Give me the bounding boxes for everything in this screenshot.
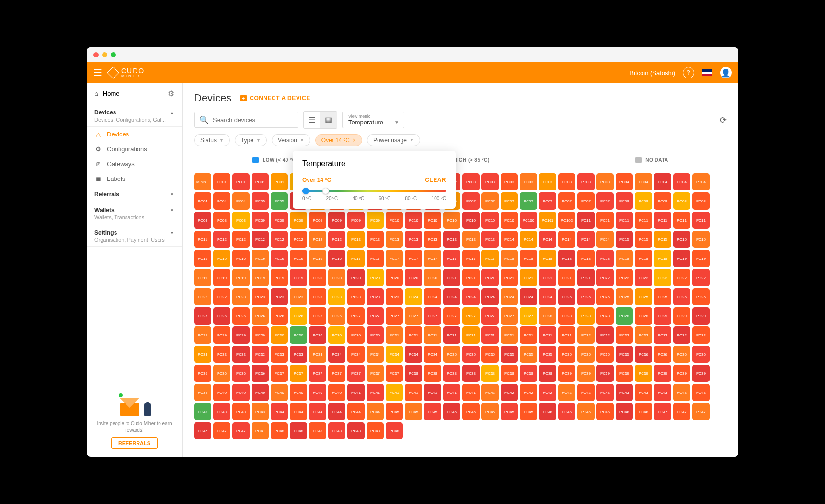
device-tile[interactable]: PC17 — [462, 250, 480, 267]
device-tile[interactable]: PC23 — [347, 288, 365, 305]
device-tile[interactable]: PC30 — [328, 326, 345, 344]
device-tile[interactable]: PC04 — [616, 173, 633, 190]
device-tile[interactable]: PC48 — [328, 422, 345, 439]
device-tile[interactable]: PC34 — [424, 346, 441, 363]
device-tile[interactable]: PC24 — [501, 288, 518, 305]
device-tile[interactable]: PC46 — [596, 403, 614, 420]
device-tile[interactable]: PC04 — [654, 173, 671, 190]
device-tile[interactable]: PC10 — [481, 212, 499, 229]
device-tile[interactable]: PC28 — [577, 307, 595, 325]
device-tile[interactable]: PC18 — [558, 250, 575, 267]
sidebar-item[interactable]: △Devices — [87, 127, 182, 142]
device-tile[interactable]: PC09 — [290, 212, 307, 229]
device-tile[interactable]: PC03 — [539, 173, 556, 190]
device-tile[interactable]: PC101 — [539, 212, 556, 229]
device-tile[interactable]: PC47 — [194, 422, 211, 439]
device-tile[interactable]: PC29 — [194, 326, 211, 344]
device-tile[interactable]: PC14 — [539, 231, 556, 248]
device-tile[interactable]: PC31 — [558, 326, 575, 344]
device-tile[interactable]: PC07 — [539, 192, 556, 210]
device-tile[interactable]: PC13 — [367, 231, 384, 248]
device-tile[interactable]: PC12 — [328, 231, 345, 248]
device-tile[interactable]: PC43 — [635, 384, 652, 401]
device-tile[interactable]: PC17 — [367, 250, 384, 267]
device-tile[interactable]: PC19 — [271, 269, 288, 286]
list-view-button[interactable]: ☰ — [304, 112, 320, 128]
device-tile[interactable]: PC47 — [654, 403, 671, 420]
device-tile[interactable]: PC45 — [405, 403, 422, 420]
device-tile[interactable]: PC14 — [501, 231, 518, 248]
device-tile[interactable]: PC16 — [309, 250, 326, 267]
device-tile[interactable]: PC41 — [462, 384, 480, 401]
device-tile[interactable]: PC25 — [654, 288, 671, 305]
device-tile[interactable]: PC20 — [405, 269, 422, 286]
device-tile[interactable]: PC41 — [405, 384, 422, 401]
device-tile[interactable]: PC41 — [443, 384, 460, 401]
device-tile[interactable]: PC29 — [213, 326, 230, 344]
device-tile[interactable]: PC102 — [558, 212, 575, 229]
device-tile[interactable]: PC19 — [673, 250, 690, 267]
device-tile[interactable]: PC22 — [635, 269, 652, 286]
device-tile[interactable]: PC24 — [443, 288, 460, 305]
device-tile[interactable]: PC04 — [635, 173, 652, 190]
device-tile[interactable]: PC35 — [616, 346, 633, 363]
device-tile[interactable]: PC38 — [405, 365, 422, 382]
device-tile[interactable]: PC41 — [424, 384, 441, 401]
account-label[interactable]: Bitcoin (Satoshi) — [630, 69, 675, 77]
device-tile[interactable]: PC10 — [501, 212, 518, 229]
device-tile[interactable]: PC36 — [673, 346, 690, 363]
device-tile[interactable]: PC33 — [232, 346, 250, 363]
device-tile[interactable]: PC01 — [271, 173, 288, 190]
device-tile[interactable]: PC30 — [271, 326, 288, 344]
device-tile[interactable]: PC39 — [635, 365, 652, 382]
device-tile[interactable]: PC38 — [462, 365, 480, 382]
device-tile[interactable]: PC28 — [558, 307, 575, 325]
locale-flag-icon[interactable] — [702, 69, 712, 76]
user-avatar-icon[interactable]: 👤 — [720, 67, 732, 78]
device-tile[interactable]: PC16 — [252, 250, 269, 267]
device-tile[interactable]: PC20 — [386, 269, 403, 286]
device-tile[interactable]: PC40 — [213, 384, 230, 401]
device-tile[interactable]: PC26 — [213, 307, 230, 325]
device-tile[interactable]: PC09 — [309, 212, 326, 229]
device-tile[interactable]: PC09 — [347, 212, 365, 229]
device-tile[interactable]: PC16 — [271, 250, 288, 267]
device-tile[interactable]: PC44 — [328, 403, 345, 420]
device-tile[interactable]: PC15 — [635, 231, 652, 248]
device-tile[interactable]: PC34 — [386, 346, 403, 363]
device-tile[interactable]: PC39 — [654, 365, 671, 382]
device-tile[interactable]: PC45 — [501, 403, 518, 420]
device-tile[interactable]: PC20 — [367, 269, 384, 286]
help-icon[interactable]: ? — [683, 67, 694, 78]
device-tile[interactable]: PC40 — [252, 384, 269, 401]
device-tile[interactable]: PC11 — [692, 212, 710, 229]
connect-device-button[interactable]: + CONNECT A DEVICE — [240, 95, 310, 101]
device-tile[interactable]: PC47 — [232, 422, 250, 439]
device-tile[interactable]: PC38 — [424, 365, 441, 382]
device-tile[interactable]: PC27 — [405, 307, 422, 325]
device-tile[interactable]: PC43 — [616, 384, 633, 401]
device-tile[interactable]: PC40 — [290, 384, 307, 401]
device-tile[interactable]: PC08 — [673, 192, 690, 210]
device-tile[interactable]: PC05 — [271, 192, 288, 210]
device-tile[interactable]: PC47 — [692, 403, 710, 420]
device-tile[interactable]: PC12 — [252, 231, 269, 248]
device-tile[interactable]: PC48 — [386, 422, 403, 439]
device-tile[interactable]: PC11 — [616, 212, 633, 229]
device-tile[interactable]: PC03 — [481, 173, 499, 190]
device-tile[interactable]: PC27 — [424, 307, 441, 325]
device-tile[interactable]: PC40 — [328, 384, 345, 401]
device-tile[interactable]: PC47 — [252, 422, 269, 439]
device-tile[interactable]: PC07 — [501, 192, 518, 210]
filter-chip[interactable]: Power usage▼ — [367, 134, 420, 146]
device-tile[interactable]: PC35 — [481, 346, 499, 363]
device-tile[interactable]: PC23 — [367, 288, 384, 305]
device-tile[interactable]: PC04 — [673, 173, 690, 190]
device-tile[interactable]: PC36 — [252, 365, 269, 382]
device-tile[interactable]: PC12 — [213, 231, 230, 248]
device-tile[interactable]: PC16 — [328, 250, 345, 267]
device-tile[interactable]: PC23 — [252, 288, 269, 305]
device-tile[interactable]: PC04 — [692, 173, 710, 190]
device-tile[interactable]: PC25 — [558, 288, 575, 305]
slider-handle-min[interactable] — [302, 188, 309, 194]
